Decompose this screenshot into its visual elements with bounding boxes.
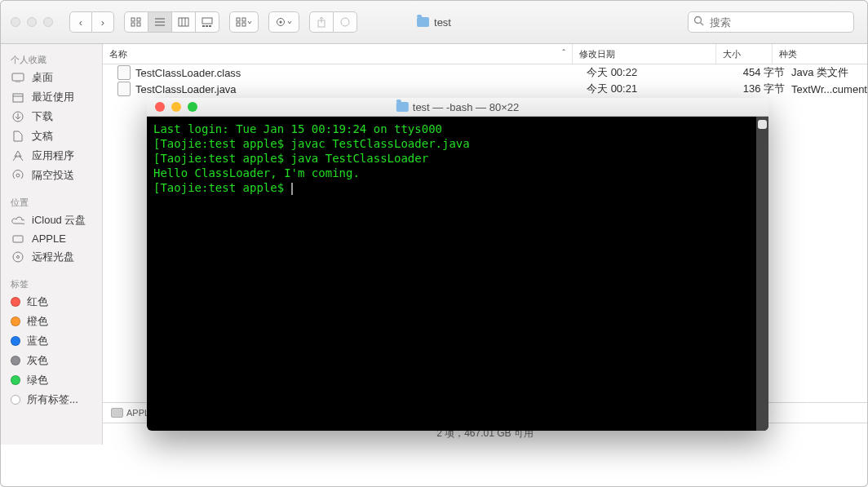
search-icon — [693, 15, 704, 26]
sidebar-item-downloads[interactable]: 下载 — [1, 107, 102, 126]
sidebar-item-apple-disk[interactable]: APPLE — [1, 230, 102, 247]
svg-rect-24 — [12, 73, 24, 81]
tags-button[interactable] — [334, 11, 357, 33]
file-row[interactable]: TestClassLoader.class今天 00:22454 字节Java … — [103, 64, 867, 81]
svg-point-32 — [17, 256, 20, 259]
documents-icon — [11, 131, 25, 142]
sidebar-tag-item[interactable]: 橙色 — [1, 312, 102, 331]
window-title: test — [417, 16, 451, 29]
forward-button[interactable]: › — [92, 11, 114, 33]
finder-traffic-lights — [11, 17, 53, 27]
svg-point-21 — [341, 18, 349, 26]
sidebar-tag-item[interactable]: 灰色 — [1, 351, 102, 370]
icon-view-button[interactable] — [124, 11, 148, 33]
file-icon — [117, 82, 131, 96]
column-headers[interactable]: 名称ˆ 修改日期 大小 种类 — [103, 44, 867, 64]
action-group — [268, 11, 299, 33]
finder-titlebar[interactable]: ‹ › test — [1, 1, 867, 44]
sidebar-item-applications[interactable]: 应用程序 — [1, 146, 102, 166]
disk-icon — [111, 408, 123, 418]
svg-rect-2 — [131, 23, 135, 26]
folder-icon — [396, 102, 409, 112]
desktop-icon — [11, 72, 25, 83]
terminal-title: test — -bash — 80×22 — [396, 101, 519, 113]
list-view-button[interactable] — [148, 11, 172, 33]
sidebar-item-remote-disc[interactable]: 远程光盘 — [1, 247, 102, 267]
terminal-titlebar[interactable]: test — -bash — 80×22 — [147, 98, 768, 117]
svg-rect-7 — [179, 18, 188, 26]
svg-point-19 — [280, 21, 282, 24]
tag-color-icon — [11, 297, 20, 307]
svg-rect-30 — [13, 236, 23, 242]
column-kind[interactable]: 种类 — [773, 44, 867, 64]
disk-icon — [11, 233, 25, 245]
sidebar: 个人收藏 桌面 最近使用 下载 文稿 应用程序 隔空投送 位置 iCloud 云… — [1, 44, 103, 445]
svg-point-22 — [695, 17, 702, 24]
svg-line-23 — [701, 23, 704, 26]
zoom-button[interactable] — [43, 17, 53, 27]
sidebar-tag-item[interactable]: 所有标签... — [1, 390, 102, 410]
file-icon — [117, 65, 131, 80]
sidebar-item-icloud[interactable]: iCloud 云盘 — [1, 210, 102, 230]
svg-rect-15 — [242, 18, 246, 21]
terminal-scrollbar[interactable] — [756, 117, 768, 431]
svg-rect-13 — [209, 25, 211, 27]
tag-color-icon — [11, 395, 20, 405]
svg-point-29 — [16, 174, 20, 177]
zoom-button[interactable] — [188, 102, 197, 112]
svg-rect-17 — [242, 23, 246, 26]
gallery-view-button[interactable] — [196, 11, 219, 33]
svg-rect-1 — [137, 18, 140, 21]
svg-rect-11 — [202, 25, 205, 27]
airdrop-icon — [11, 170, 25, 181]
file-row[interactable]: TestClassLoader.java今天 00:21136 字节TextWr… — [103, 81, 867, 97]
sidebar-item-recents[interactable]: 最近使用 — [1, 87, 102, 107]
favorites-header: 个人收藏 — [1, 51, 102, 68]
window-title-text: test — [434, 16, 451, 29]
search-field[interactable] — [688, 11, 854, 33]
close-button[interactable] — [11, 17, 20, 27]
tags-header: 标签 — [1, 275, 102, 292]
terminal-body[interactable]: Last login: Tue Jan 15 00:19:24 on ttys0… — [147, 117, 768, 431]
svg-rect-3 — [137, 23, 140, 26]
svg-rect-14 — [237, 18, 240, 21]
svg-rect-26 — [13, 94, 23, 102]
sidebar-tag-item[interactable]: 红色 — [1, 292, 102, 312]
applications-icon — [11, 150, 25, 162]
svg-rect-12 — [206, 25, 208, 27]
column-name[interactable]: 名称ˆ — [103, 44, 573, 64]
minimize-button[interactable] — [171, 102, 181, 112]
tag-color-icon — [11, 336, 20, 346]
column-date[interactable]: 修改日期 — [573, 44, 716, 64]
sidebar-item-documents[interactable]: 文稿 — [1, 126, 102, 146]
downloads-icon — [11, 111, 25, 122]
close-button[interactable] — [155, 102, 165, 112]
svg-rect-16 — [237, 23, 240, 26]
minimize-button[interactable] — [27, 17, 37, 27]
sort-chevron-icon: ˆ — [562, 48, 565, 60]
sidebar-item-airdrop[interactable]: 隔空投送 — [1, 166, 102, 185]
svg-rect-10 — [202, 18, 212, 24]
cloud-icon — [11, 215, 25, 226]
disc-icon — [11, 251, 25, 263]
column-size[interactable]: 大小 — [716, 44, 773, 64]
sidebar-tag-item[interactable]: 蓝色 — [1, 331, 102, 351]
column-view-button[interactable] — [172, 11, 196, 33]
tag-color-icon — [11, 375, 20, 385]
terminal-window[interactable]: test — -bash — 80×22 Last login: Tue Jan… — [147, 98, 768, 431]
search-input[interactable] — [688, 11, 854, 33]
sidebar-item-desktop[interactable]: 桌面 — [1, 68, 102, 87]
folder-icon — [417, 17, 429, 27]
share-group — [309, 11, 357, 33]
arrange-group — [229, 11, 259, 33]
back-button[interactable]: ‹ — [69, 11, 92, 33]
nav-buttons: ‹ › — [69, 11, 114, 33]
svg-point-31 — [13, 252, 23, 262]
share-button[interactable] — [309, 11, 334, 33]
sidebar-tag-item[interactable]: 绿色 — [1, 370, 102, 390]
tag-color-icon — [11, 356, 20, 365]
action-button[interactable] — [268, 11, 299, 33]
terminal-output: Last login: Tue Jan 15 00:19:24 on ttys0… — [147, 117, 768, 200]
arrange-button[interactable] — [229, 11, 259, 33]
tag-color-icon — [11, 317, 20, 326]
